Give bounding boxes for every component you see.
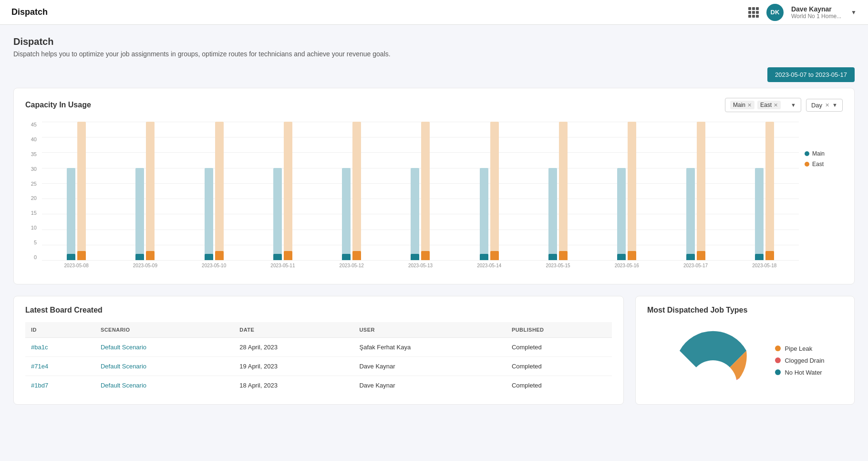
cell-id[interactable]: #ba1c (25, 338, 95, 357)
bar-main-bg (273, 168, 282, 260)
cell-id[interactable]: #1bd7 (25, 376, 95, 395)
bar-east-bg (146, 122, 155, 260)
no-hot-water-dot (775, 369, 781, 375)
user-info: Dave Kaynar World No 1 Home... (791, 5, 841, 20)
x-label: 2023-05-09 (111, 261, 179, 274)
x-labels: 2023-05-082023-05-092023-05-102023-05-11… (42, 261, 799, 274)
bar-east-fg (146, 251, 155, 260)
tag-east-remove[interactable]: ✕ (774, 102, 778, 108)
legend-main: Main (805, 150, 843, 157)
day-select[interactable]: Day ✕ ▼ (806, 99, 843, 112)
page-title: Dispatch (13, 36, 855, 47)
bar-east-bg (215, 122, 224, 260)
bar-main-bg (755, 168, 764, 260)
user-menu-chevron[interactable]: ▼ (851, 9, 857, 16)
legend-east: East (805, 161, 843, 168)
chart-legend: Main East (805, 122, 843, 274)
cell-user: Dave Kaynar (353, 357, 506, 376)
bar-east-bg (352, 122, 361, 260)
bar-main-fg (205, 254, 213, 260)
clogged-drain-label: Clogged Drain (785, 357, 824, 364)
bar-east-bg (77, 122, 86, 260)
page-subtitle: Dispatch helps you to optimize your job … (13, 50, 855, 58)
cell-scenario[interactable]: Default Scenario (95, 357, 234, 376)
grid-line (42, 260, 799, 261)
cell-scenario[interactable]: Default Scenario (95, 338, 234, 357)
bar-main-fg (548, 254, 557, 260)
date-range-button[interactable]: 2023-05-07 to 2023-05-17 (767, 67, 855, 82)
capacity-header: Capacity In Usage Main ✕ East ✕ ▼ Day ✕ (25, 98, 843, 112)
most-dispatched-title: Most Dispatched Job Types (647, 306, 843, 314)
bar-east-fg (559, 251, 568, 260)
bar-east-bg (421, 122, 430, 260)
bar-main-fg (686, 254, 695, 260)
bar-group (248, 122, 317, 260)
bar-main-bg (411, 168, 419, 260)
bar-east-fg (284, 251, 292, 260)
latest-board-table: ID SCENARIO DATE USER PUBLISHED #ba1c De… (25, 322, 612, 395)
bar-east-bg (490, 122, 499, 260)
table-header-row: ID SCENARIO DATE USER PUBLISHED (25, 322, 612, 338)
bar-east-fg (628, 251, 636, 260)
user-name: Dave Kaynar (791, 5, 841, 13)
bar-group (455, 122, 524, 260)
bar-east-bg (765, 122, 774, 260)
latest-board-card: Latest Board Created ID SCENARIO DATE US… (13, 296, 624, 405)
bar-main-fg (135, 254, 144, 260)
bar-group (661, 122, 730, 260)
clogged-drain-dot (775, 357, 781, 363)
tag-main: Main ✕ (730, 101, 754, 109)
nav-right: DK Dave Kaynar World No 1 Home... ▼ (748, 4, 857, 21)
day-select-arrow: ▼ (832, 102, 837, 108)
y-axis: 45 40 35 30 25 20 15 10 5 0 (25, 122, 40, 260)
donut-container: Pipe Leak Clogged Drain No Hot Water (647, 322, 843, 394)
cell-id[interactable]: #71e4 (25, 357, 95, 376)
bar-east-fg (352, 251, 361, 260)
bars-container (42, 122, 799, 260)
legend-main-label: Main (812, 150, 825, 157)
grid-apps-icon[interactable] (748, 7, 759, 18)
bar-group (730, 122, 799, 260)
most-dispatched-card: Most Dispatched Job Types (635, 296, 855, 405)
bar-group (180, 122, 248, 260)
pipe-leak-dot (775, 346, 781, 351)
col-date: DATE (234, 322, 353, 338)
table-row: #ba1c Default Scenario 28 April, 2023 Şa… (25, 338, 612, 357)
donut-chart (665, 327, 761, 394)
x-label: 2023-05-11 (248, 261, 317, 274)
cell-scenario[interactable]: Default Scenario (95, 376, 234, 395)
bar-main-bg (67, 168, 75, 260)
cell-published: Completed (506, 357, 612, 376)
bar-east-bg (628, 122, 636, 260)
cell-user: Şafak Ferhat Kaya (353, 338, 506, 357)
bar-main-bg (342, 168, 351, 260)
tag-multiselect[interactable]: Main ✕ East ✕ ▼ (725, 98, 801, 112)
svg-rect-1 (665, 382, 761, 394)
date-range-bar: 2023-05-07 to 2023-05-17 (13, 67, 855, 82)
capacity-chart-card: Capacity In Usage Main ✕ East ✕ ▼ Day ✕ (13, 88, 855, 284)
tag-main-remove[interactable]: ✕ (747, 102, 752, 108)
legend-clogged-drain: Clogged Drain (775, 357, 824, 364)
capacity-controls: Main ✕ East ✕ ▼ Day ✕ ▼ (725, 98, 843, 112)
day-select-x[interactable]: ✕ (825, 102, 829, 108)
x-label: 2023-05-13 (386, 261, 455, 274)
day-select-label: Day (811, 102, 822, 109)
latest-board-title: Latest Board Created (25, 306, 612, 314)
x-label: 2023-05-17 (661, 261, 730, 274)
cell-date: 19 April, 2023 (234, 357, 353, 376)
chart-wrapper: 45 40 35 30 25 20 15 10 5 0 2023-05-0820… (25, 122, 843, 274)
cell-published: Completed (506, 338, 612, 357)
x-label: 2023-05-12 (317, 261, 386, 274)
main-content: Dispatch Dispatch helps you to optimize … (0, 25, 868, 428)
x-label: 2023-05-15 (524, 261, 592, 274)
chart-area: 45 40 35 30 25 20 15 10 5 0 2023-05-0820… (25, 122, 799, 274)
col-id: ID (25, 322, 95, 338)
cell-date: 18 April, 2023 (234, 376, 353, 395)
bar-main-bg (480, 168, 488, 260)
bar-main-fg (67, 254, 75, 260)
bar-group (592, 122, 661, 260)
bar-main-bg (686, 168, 695, 260)
pipe-leak-label: Pipe Leak (785, 345, 812, 352)
legend-main-dot (805, 151, 809, 156)
bar-main-fg (617, 254, 626, 260)
